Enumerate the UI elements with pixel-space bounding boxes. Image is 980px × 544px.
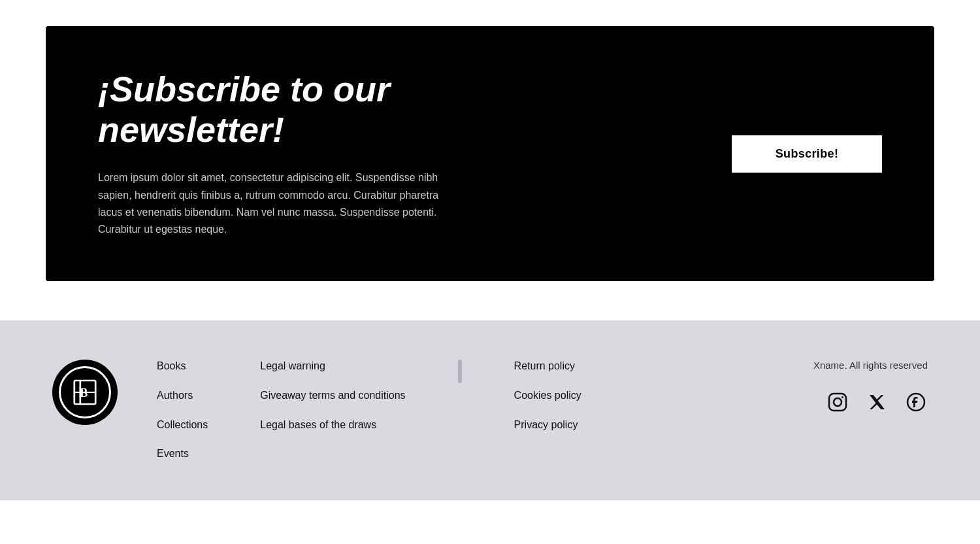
footer-link-events[interactable]: Events bbox=[157, 447, 208, 461]
svg-text:B: B bbox=[80, 386, 88, 400]
facebook-icon[interactable] bbox=[904, 390, 928, 414]
logo-circle: B bbox=[52, 360, 118, 425]
footer-link-return-policy[interactable]: Return policy bbox=[514, 360, 581, 373]
footer-link-authors[interactable]: Authors bbox=[157, 389, 208, 403]
newsletter-title: ¡Subscribe to our newsletter! bbox=[98, 69, 490, 150]
footer: B Books Authors Collections Events Legal… bbox=[0, 320, 980, 500]
subscribe-button[interactable]: Subscribe! bbox=[732, 135, 882, 173]
newsletter-description: Lorem ipsum dolor sit amet, consectetur … bbox=[98, 169, 464, 239]
footer-logo: B bbox=[52, 360, 118, 425]
footer-link-collections[interactable]: Collections bbox=[157, 418, 208, 432]
footer-col-3: Return policy Cookies policy Privacy pol… bbox=[514, 360, 581, 461]
footer-copyright: Xname. All rights reserved bbox=[813, 360, 928, 371]
separator bbox=[458, 360, 462, 383]
social-icons bbox=[826, 390, 928, 414]
footer-link-books[interactable]: Books bbox=[157, 360, 208, 373]
footer-link-cookies-policy[interactable]: Cookies policy bbox=[514, 389, 581, 403]
logo-inner: B bbox=[59, 366, 111, 418]
footer-nav: Books Authors Collections Events Legal w… bbox=[157, 360, 774, 461]
footer-link-legal-warning[interactable]: Legal warning bbox=[260, 360, 405, 373]
newsletter-banner: ¡Subscribe to our newsletter! Lorem ipsu… bbox=[46, 26, 934, 281]
footer-col-2: Legal warning Giveaway terms and conditi… bbox=[260, 360, 405, 461]
svg-point-5 bbox=[834, 398, 841, 406]
main-section: ¡Subscribe to our newsletter! Lorem ipsu… bbox=[0, 0, 980, 320]
footer-link-giveaway-terms[interactable]: Giveaway terms and conditions bbox=[260, 389, 405, 403]
newsletter-content: ¡Subscribe to our newsletter! Lorem ipsu… bbox=[98, 69, 490, 239]
x-twitter-icon[interactable] bbox=[865, 390, 889, 414]
footer-link-privacy-policy[interactable]: Privacy policy bbox=[514, 418, 581, 432]
footer-right: Xname. All rights reserved bbox=[813, 360, 928, 414]
svg-rect-4 bbox=[829, 394, 846, 411]
instagram-icon[interactable] bbox=[826, 390, 849, 414]
footer-link-legal-bases[interactable]: Legal bases of the draws bbox=[260, 418, 405, 432]
svg-point-6 bbox=[841, 396, 843, 398]
footer-col-1: Books Authors Collections Events bbox=[157, 360, 208, 461]
